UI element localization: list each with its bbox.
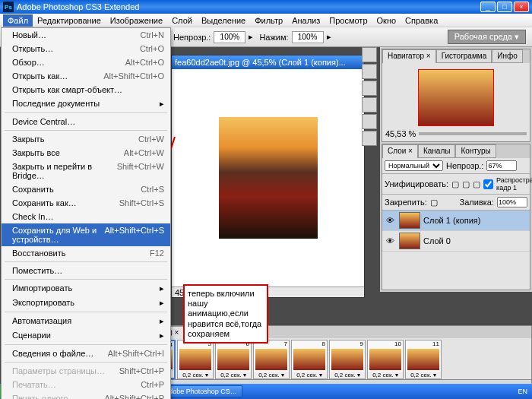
filemenu-item[interactable]: Обзор…Alt+Ctrl+O	[2, 55, 170, 69]
visibility-icon[interactable]: 👁	[384, 236, 396, 245]
lock-icon[interactable]: ▢	[430, 198, 438, 207]
panel-tab[interactable]: Гистограмма	[436, 49, 492, 63]
filemenu-item[interactable]: Сохранить для Web и устройств…Alt+Shift+…	[2, 223, 170, 246]
menu-Просмотр[interactable]: Просмотр	[325, 14, 372, 27]
filemenu-item[interactable]: Сценарии▸	[2, 328, 170, 343]
menu-Изображение[interactable]: Изображение	[106, 14, 167, 27]
opacity-label: Непрозр.:	[173, 33, 211, 42]
filemenu-item[interactable]: Новый…Ctrl+N	[2, 28, 170, 42]
menu-Справка[interactable]: Справка	[401, 14, 442, 27]
menu-Файл[interactable]: Файл	[3, 14, 33, 27]
animation-frame[interactable]: 100,2 сек. ▾	[367, 340, 404, 379]
filemenu-item: Печатать…Ctrl+P	[2, 378, 170, 391]
document-window: fea60dd2ae0t.jpg @ 45,5% (Слой 1 (копия)…	[171, 55, 365, 298]
propagate-checkbox[interactable]	[483, 179, 493, 189]
filemenu-item[interactable]: ЗакрытьCtrl+W	[2, 132, 170, 146]
panel-tab[interactable]: Навигатор ×	[382, 49, 436, 63]
opacity-input[interactable]	[214, 31, 245, 43]
filemenu-item[interactable]: Автоматизация▸	[2, 314, 170, 328]
filemenu-item[interactable]: Поместить…	[2, 264, 170, 277]
animation-frame[interactable]: 80,2 сек. ▾	[291, 340, 328, 379]
animation-frame[interactable]: 70,2 сек. ▾	[253, 340, 290, 379]
filemenu-item: Печать одного экземпляраAlt+Shift+Ctrl+P	[2, 391, 170, 399]
filemenu-item[interactable]: Последние документы▸	[2, 97, 170, 111]
palette-btn-5[interactable]	[362, 114, 377, 129]
panel-tab[interactable]: Инфо	[492, 49, 523, 63]
taskbar-item[interactable]: Adobe Photoshop CS…	[159, 385, 242, 397]
menu-Выделение[interactable]: Выделение	[197, 14, 250, 27]
app-title: Adobe Photoshop CS3 Extended	[17, 2, 139, 11]
layer-name: Слой 1 (копия)	[423, 216, 480, 225]
zoom-slider[interactable]	[419, 132, 527, 135]
file-menu: Новый…Ctrl+NОткрыть…Ctrl+OОбзор…Alt+Ctrl…	[1, 27, 171, 399]
document-titlebar[interactable]: fea60dd2ae0t.jpg @ 45,5% (Слой 1 (копия)…	[172, 55, 364, 69]
animation-frame[interactable]: 50,2 сек. ▾	[177, 340, 214, 379]
navigator-panel: Навигатор ×ГистограммаИнфо 45,53 %	[382, 49, 530, 142]
app-icon: Ps	[3, 2, 14, 12]
workspace-button[interactable]: Рабочая среда ▾	[448, 30, 526, 44]
blend-mode-select[interactable]: Нормальный	[385, 160, 443, 171]
layer-row[interactable]: 👁Слой 1 (копия)	[382, 211, 530, 231]
filemenu-item[interactable]: Закрыть всеAlt+Ctrl+W	[2, 146, 170, 160]
layer-name: Слой 0	[423, 236, 451, 245]
panel-tab[interactable]: Слои ×	[382, 144, 418, 158]
animation-frame[interactable]: 60,2 сек. ▾	[215, 340, 252, 379]
filemenu-item[interactable]: Открыть…Ctrl+O	[2, 42, 170, 55]
filemenu-item[interactable]: Открыть как смарт-объект…	[2, 83, 170, 97]
panels-dock: Навигатор ×ГистограммаИнфо 45,53 % Слои …	[380, 47, 532, 292]
unify-icon[interactable]: ▢	[473, 179, 480, 189]
palette-btn-2[interactable]	[362, 64, 377, 79]
menu-Анализ[interactable]: Анализ	[287, 14, 325, 27]
menubar: ФайлРедактированиеИзображениеСлойВыделен…	[0, 14, 532, 27]
panel-tab[interactable]: Контуры	[455, 144, 496, 158]
menu-Слой[interactable]: Слой	[167, 14, 197, 27]
palette-strip	[362, 47, 378, 146]
palette-btn-3[interactable]	[362, 81, 377, 96]
filemenu-item[interactable]: Device Central…	[2, 115, 170, 128]
animation-frame[interactable]: 90,2 сек. ▾	[329, 340, 366, 379]
flow-input[interactable]	[292, 31, 324, 43]
maximize-button[interactable]: □	[497, 2, 512, 12]
layer-opacity-input[interactable]	[486, 160, 517, 171]
canvas-image[interactable]	[219, 117, 318, 239]
flow-label: Нажим:	[259, 33, 288, 42]
filemenu-item[interactable]: Экспортировать▸	[2, 296, 170, 310]
unify-icon[interactable]: ▢	[451, 179, 459, 189]
layer-thumb	[399, 233, 420, 249]
close-button[interactable]: ×	[514, 2, 529, 12]
tray-lang[interactable]: EN	[513, 388, 532, 395]
nav-zoom: 45,53 %	[385, 129, 416, 138]
titlebar: Ps Adobe Photoshop CS3 Extended _ □ ×	[0, 0, 532, 14]
filemenu-item[interactable]: Сохранить как…Shift+Ctrl+S	[2, 196, 170, 210]
filemenu-item[interactable]: Импортировать▸	[2, 281, 170, 296]
opacity-arrow-icon[interactable]: ▸	[249, 32, 253, 42]
palette-btn-1[interactable]	[362, 47, 377, 62]
navigator-thumb[interactable]	[418, 69, 494, 126]
minimize-button[interactable]: _	[480, 2, 496, 12]
filemenu-item[interactable]: Check In…	[2, 210, 170, 223]
visibility-icon[interactable]: 👁	[384, 216, 396, 225]
unify-icon[interactable]: ▢	[462, 179, 470, 189]
palette-btn-6[interactable]	[362, 131, 377, 146]
document-title: fea60dd2ae0t.jpg @ 45,5% (Слой 1 (копия)…	[175, 58, 346, 67]
filemenu-item[interactable]: Закрыть и перейти в Bridge…Shift+Ctrl+W	[2, 160, 170, 182]
menu-Фильтр[interactable]: Фильтр	[250, 14, 287, 27]
filemenu-item[interactable]: Сведения о файле…Alt+Shift+Ctrl+I	[2, 347, 170, 360]
menu-Окно[interactable]: Окно	[372, 14, 401, 27]
filemenu-item[interactable]: СохранитьCtrl+S	[2, 182, 170, 196]
fill-input[interactable]	[497, 197, 527, 207]
panel-tab[interactable]: Каналы	[418, 144, 456, 158]
filemenu-item[interactable]: Открыть как…Alt+Shift+Ctrl+O	[2, 69, 170, 83]
layer-thumb	[399, 212, 420, 229]
menu-Редактирование[interactable]: Редактирование	[33, 14, 106, 27]
animation-frame[interactable]: 110,2 сек. ▾	[405, 340, 442, 379]
layer-row[interactable]: 👁Слой 0	[382, 231, 530, 252]
filemenu-item: Параметры страницы…Shift+Ctrl+P	[2, 364, 170, 378]
layers-panel: Слои ×КаналыКонтуры Нормальный Непрозр.:…	[382, 144, 530, 290]
palette-btn-4[interactable]	[362, 97, 377, 112]
filemenu-item[interactable]: ВосстановитьF12	[2, 246, 170, 260]
annotation-box: теперь включили нашу анимацию,если нрави…	[183, 284, 268, 344]
flow-arrow-icon[interactable]: ▸	[327, 32, 331, 42]
